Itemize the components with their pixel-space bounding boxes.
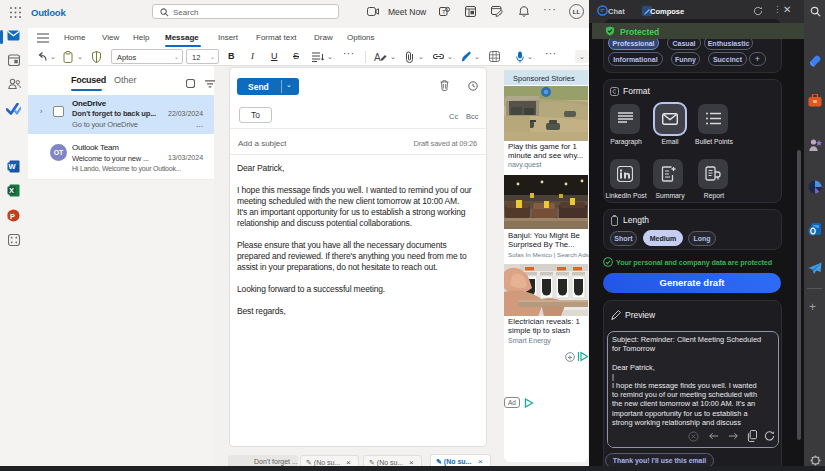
svg-text:W: W [9, 162, 17, 171]
svg-text:X: X [9, 186, 14, 195]
svg-text:P: P [10, 212, 15, 221]
svg-text:A: A [374, 52, 381, 62]
